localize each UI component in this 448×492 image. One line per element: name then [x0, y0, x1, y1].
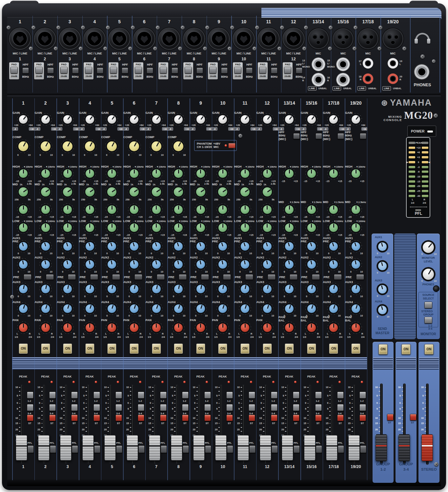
assign-1-2-button[interactable] — [27, 392, 33, 399]
eq-low-knob[interactable] — [327, 221, 340, 234]
comp-knob[interactable] — [39, 139, 52, 153]
fader-cap[interactable] — [104, 435, 116, 461]
hpf-button[interactable] — [147, 68, 153, 73]
assign-3-4-button[interactable] — [249, 404, 255, 411]
stereo-fader-cap[interactable] — [421, 434, 433, 461]
pre-button[interactable] — [223, 274, 231, 280]
pfl-button[interactable] — [138, 445, 145, 453]
eq-mid-gain-knob[interactable] — [84, 203, 96, 216]
eq-high-knob[interactable] — [239, 167, 251, 180]
pad-button[interactable] — [284, 67, 291, 73]
gain-knob[interactable] — [84, 113, 96, 126]
pre-button[interactable] — [201, 274, 209, 280]
eq-mid-gain-knob[interactable] — [106, 203, 118, 216]
gain-knob[interactable] — [305, 113, 318, 126]
pre-button[interactable] — [24, 274, 31, 280]
pan-knob[interactable] — [106, 321, 118, 334]
aux4-knob[interactable] — [239, 302, 251, 315]
aux2-knob[interactable] — [39, 258, 52, 271]
pan-knob[interactable] — [172, 321, 185, 334]
pan-knob[interactable] — [350, 321, 362, 334]
pad-button[interactable] — [209, 67, 216, 73]
fader-cap[interactable] — [326, 435, 337, 461]
eq-high-knob[interactable] — [17, 167, 30, 180]
aux2-knob[interactable] — [350, 258, 362, 271]
assign-1-2-button[interactable] — [293, 392, 299, 399]
aux2-knob[interactable] — [128, 258, 140, 271]
channel-on-button[interactable]: ON — [152, 343, 161, 354]
aux4-knob[interactable] — [17, 302, 30, 315]
pre-button[interactable] — [157, 274, 165, 280]
gain-knob[interactable] — [327, 113, 340, 126]
aux4-knob[interactable] — [106, 302, 118, 315]
assign-st-button[interactable] — [249, 415, 255, 421]
aux3-knob[interactable] — [17, 283, 30, 295]
assign-st-button[interactable] — [27, 415, 33, 421]
eq-mid-freq-knob[interactable] — [216, 185, 229, 198]
pfl-button[interactable] — [205, 445, 211, 453]
fader-cap[interactable] — [260, 435, 271, 461]
hpf-mic-button[interactable] — [293, 133, 300, 139]
aux2-knob[interactable] — [194, 258, 207, 271]
channel-on-button[interactable]: ON — [85, 343, 94, 354]
aux4-knob[interactable] — [327, 302, 340, 315]
pan-knob[interactable] — [327, 321, 340, 334]
assign-1-2-button[interactable] — [93, 392, 100, 399]
eq-low-knob[interactable] — [194, 221, 207, 234]
channel-on-button[interactable]: ON — [174, 343, 183, 354]
channel-on-button[interactable]: ON — [107, 343, 116, 354]
eq-low-knob[interactable] — [239, 221, 251, 234]
eq-mid-gain-knob[interactable] — [39, 203, 52, 216]
eq-high-knob[interactable] — [261, 167, 274, 180]
pre-button[interactable] — [68, 274, 76, 280]
pfl-button[interactable] — [272, 445, 278, 453]
eq-mid-knob[interactable] — [283, 203, 295, 216]
pan-knob[interactable] — [61, 321, 74, 334]
aux3-knob[interactable] — [128, 283, 140, 295]
stereo-on-button[interactable]: ON — [424, 344, 434, 355]
eq-high-knob[interactable] — [216, 167, 229, 180]
aux2-knob[interactable] — [327, 258, 340, 271]
assign-1-2-button[interactable] — [182, 392, 189, 399]
comp-knob[interactable] — [105, 139, 119, 153]
eq-mid-knob[interactable] — [305, 203, 318, 216]
eq-mid-gain-knob[interactable] — [216, 203, 229, 216]
assign-st-button[interactable] — [160, 415, 167, 421]
pad-button[interactable] — [10, 67, 18, 73]
pre-button[interactable] — [312, 274, 320, 280]
group-3-4-fader-cap[interactable] — [398, 434, 410, 461]
hpf-button[interactable] — [246, 68, 253, 73]
pfl-button[interactable] — [94, 445, 100, 453]
eq-low-knob[interactable] — [261, 221, 274, 234]
channel-on-button[interactable]: ON — [19, 343, 28, 354]
aux2-knob[interactable] — [84, 258, 96, 271]
assign-3-4-button[interactable] — [293, 404, 299, 411]
assign-st-button[interactable] — [359, 415, 366, 421]
pfl-button[interactable] — [249, 445, 255, 453]
pad-button[interactable] — [35, 67, 43, 73]
gain-knob[interactable] — [39, 113, 52, 126]
assign-3-4-button[interactable] — [71, 404, 78, 411]
pan-knob[interactable] — [84, 321, 96, 334]
aux1-knob[interactable] — [239, 240, 251, 253]
group-3-4-on-button[interactable]: ON — [401, 344, 411, 355]
aux3-knob[interactable] — [216, 283, 229, 295]
aux1-knob[interactable] — [106, 240, 118, 253]
aux3-knob[interactable] — [305, 283, 318, 295]
pad-button[interactable] — [135, 67, 142, 73]
aux3-knob[interactable] — [106, 283, 118, 295]
eq-low-knob[interactable] — [106, 221, 118, 234]
aux4-knob[interactable] — [305, 302, 318, 315]
aux4-knob[interactable] — [216, 302, 229, 315]
assign-3-4-button[interactable] — [93, 404, 100, 411]
send-aux-knob[interactable] — [376, 283, 389, 296]
aux4-knob[interactable] — [350, 302, 362, 315]
aux2-knob[interactable] — [150, 258, 163, 271]
eq-mid-gain-knob[interactable] — [128, 203, 140, 216]
pan-knob[interactable] — [17, 321, 30, 334]
channel-on-button[interactable]: ON — [263, 343, 272, 354]
eq-high-knob[interactable] — [194, 167, 207, 180]
pre-button[interactable] — [179, 274, 187, 280]
aux1-knob[interactable] — [150, 240, 163, 253]
assign-3-4-button[interactable] — [337, 404, 344, 411]
